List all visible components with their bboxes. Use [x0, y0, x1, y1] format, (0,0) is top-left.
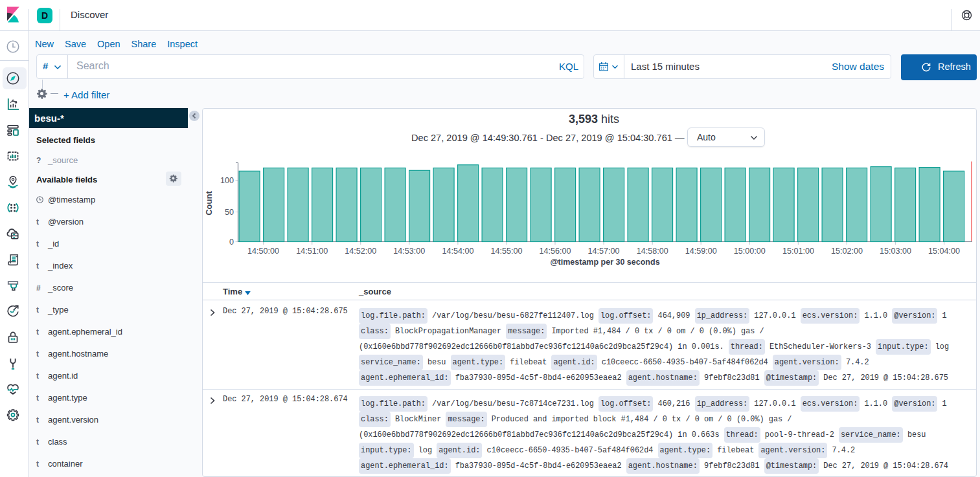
svg-text:14:59:00: 14:59:00: [685, 247, 717, 256]
svg-text:15:01:00: 15:01:00: [782, 247, 814, 256]
svg-text:14:50:00: 14:50:00: [247, 247, 279, 256]
svg-text:14:56:00: 14:56:00: [539, 247, 571, 256]
svg-text:15:04:00: 15:04:00: [928, 247, 960, 256]
svg-text:14:54:00: 14:54:00: [442, 247, 473, 256]
svg-text:Count: Count: [204, 191, 214, 216]
svg-text:14:51:00: 14:51:00: [296, 247, 328, 256]
svg-text:15:02:00: 15:02:00: [831, 247, 863, 256]
svg-text:0: 0: [229, 238, 234, 247]
svg-text:100: 100: [220, 176, 234, 185]
svg-text:14:58:00: 14:58:00: [637, 247, 668, 256]
svg-text:14:57:00: 14:57:00: [588, 247, 620, 256]
svg-text:14:52:00: 14:52:00: [345, 247, 376, 256]
svg-text:14:55:00: 14:55:00: [490, 247, 522, 256]
svg-text:15:00:00: 15:00:00: [734, 247, 766, 256]
svg-text:14:53:00: 14:53:00: [393, 247, 425, 256]
svg-text:15:03:00: 15:03:00: [880, 247, 911, 256]
svg-text:50: 50: [225, 208, 234, 217]
svg-text:@timestamp per 30 seconds: @timestamp per 30 seconds: [550, 258, 659, 267]
